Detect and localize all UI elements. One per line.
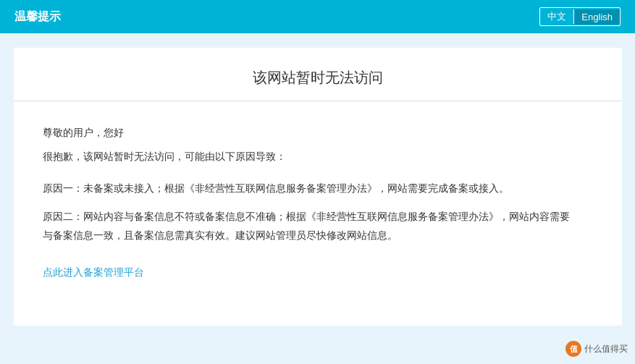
watermark: 值 什么值得买 bbox=[565, 341, 628, 357]
link-section: 点此进入备案管理平台 bbox=[43, 263, 593, 282]
watermark-text: 什么值得买 bbox=[584, 343, 628, 355]
watermark-icon: 值 bbox=[565, 341, 581, 357]
page-title-bar: 该网站暂时无法访问 bbox=[14, 48, 622, 101]
lang-zh-button[interactable]: 中文 bbox=[540, 8, 573, 25]
reason2-text: 原因二：网站内容与备案信息不符或备案信息不准确；根据《非经营性互联网信息服务备案… bbox=[43, 207, 593, 245]
reason2-line1: 原因二：网站内容与备案信息不符或备案信息不准确；根据《非经营性互联网信息服务备案… bbox=[43, 211, 570, 222]
content-body: 尊敬的用户，您好 很抱歉，该网站暂时无法访问，可能由以下原因导致： 原因一：未备… bbox=[14, 101, 622, 304]
intro-text: 很抱歉，该网站暂时无法访问，可能由以下原因导致： bbox=[43, 147, 593, 166]
reason1-text: 原因一：未备案或未接入；根据《非经营性互联网信息服务备案管理办法》，网站需要完成… bbox=[43, 179, 593, 198]
mgmt-platform-link[interactable]: 点此进入备案管理平台 bbox=[43, 266, 144, 278]
reason2-line2: 与备案信息一致，且备案信息需真实有效。建议网站管理员尽快修改网站信息。 bbox=[43, 229, 398, 241]
header: 温馨提示 中文 English bbox=[0, 0, 635, 33]
page-title: 该网站暂时无法访问 bbox=[14, 68, 622, 88]
header-title: 温馨提示 bbox=[14, 9, 61, 25]
language-switcher: 中文 English bbox=[539, 7, 621, 26]
watermark-icon-text: 值 bbox=[570, 344, 578, 355]
lang-en-button[interactable]: English bbox=[574, 9, 620, 25]
main-content: 该网站暂时无法访问 尊敬的用户，您好 很抱歉，该网站暂时无法访问，可能由以下原因… bbox=[14, 48, 622, 326]
greeting-text: 尊敬的用户，您好 bbox=[43, 123, 593, 143]
